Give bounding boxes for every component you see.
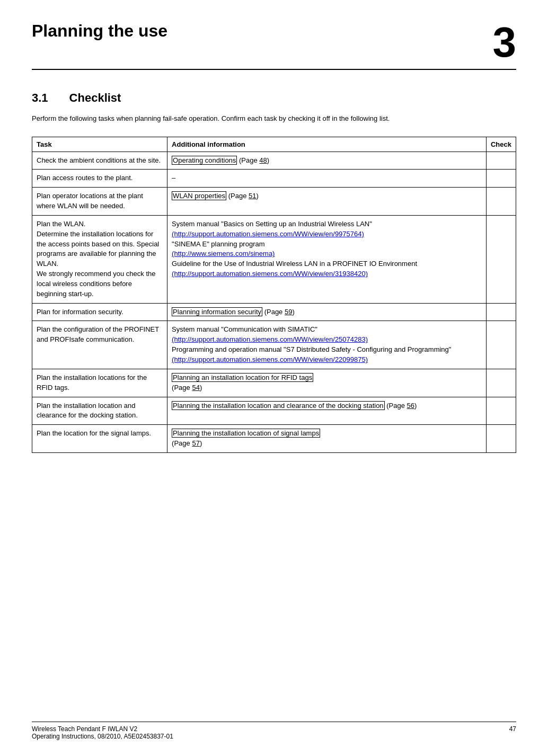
chapter-header: Planning the use 3 — [32, 21, 516, 70]
table-row: Plan the location for the signal lamps. … — [32, 425, 516, 453]
section-heading: Checklist — [69, 91, 121, 105]
intro-text: Perform the following tasks when plannin… — [32, 113, 516, 124]
page-footer: Wireless Teach Pendant F IWLAN V2 Operat… — [32, 722, 516, 740]
col-header-check: Check — [486, 137, 516, 152]
col-header-task: Task — [32, 137, 167, 152]
check-cell — [486, 152, 516, 170]
additional-cell: System manual "Communication with SIMATI… — [167, 321, 487, 369]
link-9975764[interactable]: (http://support.automation.siemens.com/W… — [172, 230, 364, 238]
section-number: 3.1 — [32, 91, 48, 105]
additional-cell: System manual "Basics on Setting up an I… — [167, 215, 487, 303]
task-cell: Plan the installation location and clear… — [32, 397, 167, 425]
table-row: Plan the installation location and clear… — [32, 397, 516, 425]
section-header: 3.1 Checklist — [32, 91, 516, 105]
task-cell: Plan the WLAN. Determine the installatio… — [32, 215, 167, 303]
link-wlan-properties[interactable]: WLAN properties — [172, 191, 226, 200]
table-row: Check the ambient conditions at the site… — [32, 152, 516, 170]
link-31938420[interactable]: (http://support.automation.siemens.com/W… — [172, 270, 368, 278]
table-row: Plan the configuration of the PROFINET a… — [32, 321, 516, 369]
task-cell: Plan the configuration of the PROFINET a… — [32, 321, 167, 369]
task-cell: Plan the installation locations for the … — [32, 369, 167, 397]
table-row: Plan the WLAN. Determine the installatio… — [32, 215, 516, 303]
checklist-table: Task Additional information Check Check … — [32, 137, 516, 453]
table-row: Plan for information security. Planning … — [32, 303, 516, 321]
task-cell: Plan the location for the signal lamps. — [32, 425, 167, 453]
task-cell: Plan for information security. — [32, 303, 167, 321]
page-link-54[interactable]: 54 — [192, 384, 199, 392]
link-sinema[interactable]: (http://www.siemens.com/sinema) — [172, 250, 275, 257]
check-cell — [486, 215, 516, 303]
footer-line2: Operating Instructions, 08/2010, A5E0245… — [32, 733, 173, 740]
additional-cell: Planning information security (Page 59) — [167, 303, 487, 321]
link-22099875[interactable]: (http://support.automation.siemens.com/W… — [172, 355, 368, 363]
check-cell — [486, 303, 516, 321]
additional-cell: Planning an installation location for RF… — [167, 369, 487, 397]
check-cell — [486, 188, 516, 216]
table-row: Plan access routes to the plant. – — [32, 170, 516, 188]
task-cell: Plan operator locations at the plant whe… — [32, 188, 167, 216]
task-cell: Check the ambient conditions at the site… — [32, 152, 167, 170]
page-link-56[interactable]: 56 — [407, 402, 414, 410]
footer-left: Wireless Teach Pendant F IWLAN V2 Operat… — [32, 725, 173, 740]
check-cell — [486, 425, 516, 453]
link-docking-station[interactable]: Planning the installation location and c… — [172, 401, 385, 410]
additional-cell: WLAN properties (Page 51) — [167, 188, 487, 216]
check-cell — [486, 397, 516, 425]
link-planning-info-security[interactable]: Planning information security — [172, 307, 262, 316]
col-header-additional: Additional information — [167, 137, 487, 152]
chapter-number: 3 — [493, 21, 517, 64]
page-link-48[interactable]: 48 — [259, 156, 267, 164]
link-signal-lamps[interactable]: Planning the installation location of si… — [172, 429, 320, 438]
link-operating-conditions[interactable]: Operating conditions — [172, 156, 237, 165]
footer-line1: Wireless Teach Pendant F IWLAN V2 — [32, 725, 173, 733]
page-link-59[interactable]: 59 — [285, 308, 292, 316]
chapter-title: Planning the use — [32, 21, 167, 41]
additional-cell: – — [167, 170, 487, 188]
additional-cell: Planning the installation location and c… — [167, 397, 487, 425]
check-cell — [486, 170, 516, 188]
task-cell: Plan access routes to the plant. — [32, 170, 167, 188]
sinema-label: "SINEMA E" planning program — [172, 240, 264, 248]
page-link-57[interactable]: 57 — [192, 439, 199, 447]
table-row: Plan operator locations at the plant whe… — [32, 188, 516, 216]
page-link-51[interactable]: 51 — [249, 192, 256, 200]
link-rfid-planning[interactable]: Planning an installation location for RF… — [172, 373, 313, 382]
table-row: Plan the installation locations for the … — [32, 369, 516, 397]
additional-cell: Operating conditions (Page 48) — [167, 152, 487, 170]
check-cell — [486, 369, 516, 397]
additional-cell: Planning the installation location of si… — [167, 425, 487, 453]
check-cell — [486, 321, 516, 369]
link-25074283[interactable]: (http://support.automation.siemens.com/W… — [172, 335, 368, 343]
footer-page-number: 47 — [509, 725, 516, 740]
